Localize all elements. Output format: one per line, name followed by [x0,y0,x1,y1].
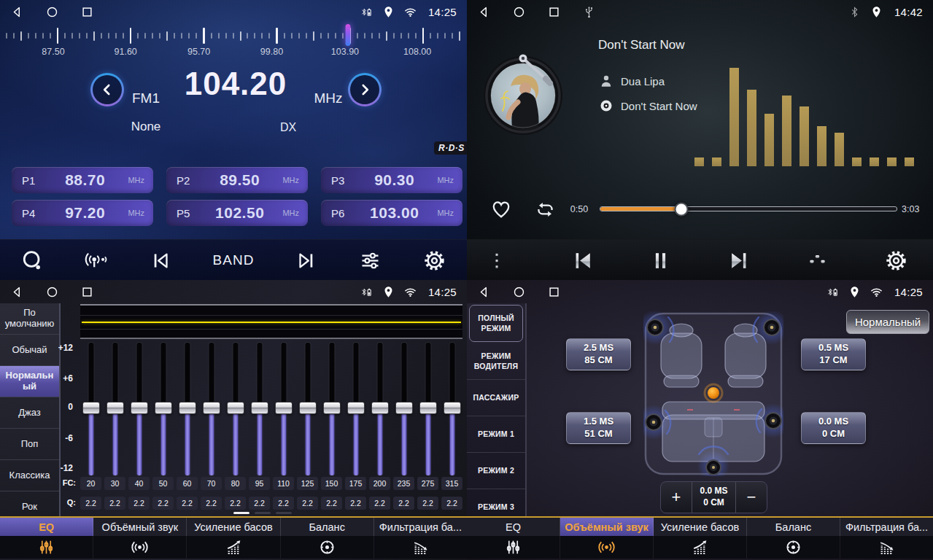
fc-value-175[interactable]: 175 [345,477,366,490]
scan-search-icon[interactable] [20,249,44,273]
page-dot-2[interactable] [276,512,292,514]
settings-gear-icon[interactable] [884,249,908,273]
fc-value-200[interactable]: 200 [369,477,390,490]
page-dot-1[interactable] [255,512,271,514]
back-nav-icon[interactable] [10,285,24,299]
preset-p5[interactable]: P5102.50MHz [166,200,308,226]
equalizer-icon[interactable] [805,249,829,273]
slider-thumb[interactable] [347,402,365,414]
tab-eq[interactable]: EQ [0,518,93,536]
preset-p3[interactable]: P390.30MHz [321,167,462,193]
bass-filter-icon[interactable] [840,536,933,559]
eq-band-slider-80[interactable] [223,343,247,475]
q-value-12[interactable]: 2.2 [369,497,390,510]
back-nav-icon[interactable] [477,5,491,19]
tab-surround-sound[interactable]: Объёмный звук [93,518,187,536]
previous-track-icon[interactable] [570,249,595,273]
pause-icon[interactable] [649,249,673,273]
bass-boost-icon[interactable] [187,536,280,559]
q-value-9[interactable]: 2.2 [297,497,318,510]
progress-bar[interactable] [600,206,897,211]
slider-thumb[interactable] [444,402,461,414]
recents-nav-icon[interactable] [80,5,94,19]
eq-band-slider-125[interactable] [295,343,320,475]
tune-up-button[interactable] [348,73,382,106]
eq-band-slider-50[interactable] [151,343,175,475]
sf-mode-0[interactable]: ПОЛНЫЙ РЕЖИМ [469,305,523,342]
eq-band-slider-200[interactable] [368,343,392,475]
tab-surround-sound[interactable]: Объёмный звук [560,518,654,536]
tab-bass-filter[interactable]: Фильтрация ба... [374,518,467,536]
fc-value-150[interactable]: 150 [321,477,342,490]
q-value-1[interactable]: 2.2 [104,497,125,510]
slider-thumb[interactable] [179,402,196,414]
tab-bass-filter[interactable]: Фильтрация ба... [840,518,933,536]
home-nav-icon[interactable] [45,5,59,19]
tab-balance[interactable]: Баланс [281,518,374,536]
eq-band-slider-60[interactable] [175,343,199,475]
sf-mode-4[interactable]: РЕЖИМ 2 [467,453,525,489]
sf-mode-2[interactable]: ПАССАЖИР [467,380,525,416]
preset-p4[interactable]: P497.20MHz [12,200,153,226]
home-nav-icon[interactable] [45,285,59,299]
home-nav-icon[interactable] [512,5,526,19]
q-value-7[interactable]: 2.2 [249,497,270,510]
tune-down-button[interactable] [90,73,124,106]
fc-value-95[interactable]: 95 [249,477,270,490]
sf-mode-3[interactable]: РЕЖИМ 1 [467,416,525,453]
eq-band-slider-150[interactable] [320,343,344,475]
home-nav-icon[interactable] [512,285,526,299]
sf-mode-1[interactable]: РЕЖИМ ВОДИТЕЛЯ [467,343,525,380]
delay-increase-button[interactable]: + [661,482,692,513]
surround-sound-icon[interactable] [93,536,187,559]
fc-value-275[interactable]: 275 [417,477,438,490]
settings-gear-icon[interactable] [422,249,446,273]
eq-band-slider-40[interactable] [127,343,151,475]
audio-settings-icon[interactable] [358,249,382,273]
balance-icon[interactable] [281,536,374,559]
q-value-14[interactable]: 2.2 [417,497,438,510]
q-value-2[interactable]: 2.2 [128,497,150,510]
fc-value-125[interactable]: 125 [297,477,318,490]
progress-thumb[interactable] [674,202,688,216]
seek-previous-icon[interactable] [149,249,173,273]
surround-sound-icon[interactable] [560,536,654,559]
fc-value-40[interactable]: 40 [128,477,150,490]
eq-band-slider-235[interactable] [392,343,416,475]
slider-thumb[interactable] [299,402,317,414]
tab-balance[interactable]: Баланс [747,518,840,536]
eq-band-slider-30[interactable] [103,343,127,475]
eq-icon[interactable] [0,536,93,559]
back-nav-icon[interactable] [477,285,491,299]
q-value-0[interactable]: 2.2 [80,497,101,510]
q-value-4[interactable]: 2.2 [177,497,198,510]
q-value-3[interactable]: 2.2 [152,497,174,510]
q-value-6[interactable]: 2.2 [225,497,246,510]
tuner-indicator[interactable] [345,24,350,46]
delay-button-front-left[interactable]: 2.5 MS85 CM [566,338,631,370]
slider-thumb[interactable] [419,402,437,414]
slider-thumb[interactable] [107,402,124,414]
q-value-10[interactable]: 2.2 [321,497,342,510]
recents-nav-icon[interactable] [80,285,94,299]
eq-preset-0[interactable]: По умолчанию [0,303,59,335]
slider-thumb[interactable] [82,402,100,414]
eq-band-slider-275[interactable] [416,343,440,475]
delay-button-front-right[interactable]: 0.5 MS17 CM [801,338,866,370]
repeat-icon[interactable] [534,198,557,221]
q-value-11[interactable]: 2.2 [345,497,366,510]
fc-value-60[interactable]: 60 [177,477,198,490]
sound-preset-button[interactable]: Нормальный [846,310,929,334]
playlist-icon[interactable] [492,249,516,273]
tab-bass-boost[interactable]: Усиление басов [187,518,280,536]
balance-icon[interactable] [747,536,840,559]
fc-value-70[interactable]: 70 [201,477,222,490]
preset-p2[interactable]: P289.50MHz [166,167,308,193]
delay-button-rear-left[interactable]: 1.5 MS51 CM [566,412,631,444]
fc-value-235[interactable]: 235 [393,477,414,490]
slider-thumb[interactable] [371,402,389,414]
bass-boost-icon[interactable] [654,536,747,559]
slider-thumb[interactable] [203,402,220,414]
slider-thumb[interactable] [131,402,148,414]
eq-band-slider-175[interactable] [344,343,368,475]
